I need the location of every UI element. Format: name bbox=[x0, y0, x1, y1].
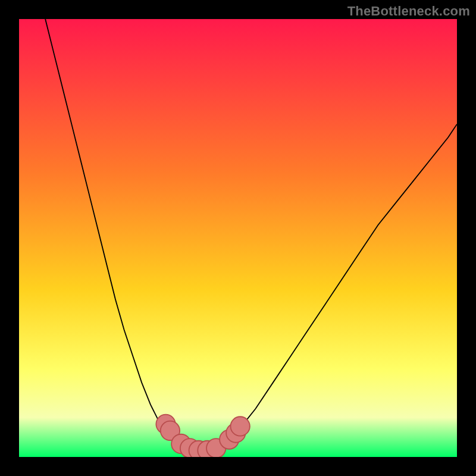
gradient-bg bbox=[19, 19, 457, 457]
outer-frame: TheBottleneck.com bbox=[0, 0, 476, 476]
dot bbox=[230, 416, 249, 436]
chart-plot bbox=[19, 19, 457, 457]
chart-svg bbox=[19, 19, 457, 457]
watermark-text: TheBottleneck.com bbox=[347, 4, 470, 19]
